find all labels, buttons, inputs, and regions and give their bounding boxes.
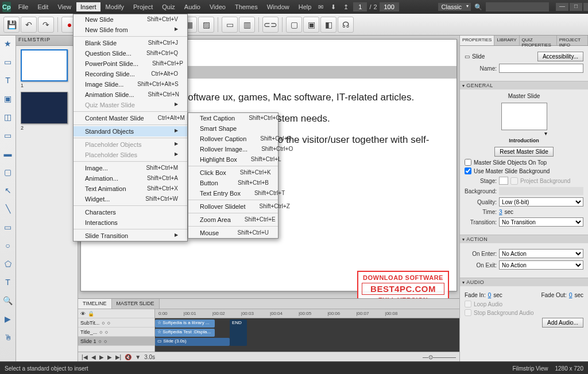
menu-edit[interactable]: Edit <box>33 2 52 11</box>
obj1-button[interactable]: ▢ <box>286 17 302 33</box>
tab-project-info[interactable]: PROJECT INFO <box>557 36 588 45</box>
tab-properties[interactable]: PROPERTIES <box>460 36 494 45</box>
snap-button[interactable]: ▥ <box>239 17 255 33</box>
on-enter-select[interactable]: No Action <box>499 249 583 258</box>
tab-master-slide[interactable]: MASTER SLIDE <box>112 299 160 309</box>
menuitem-rollover-caption[interactable]: Rollover CaptionShift+Ctrl+R <box>188 134 278 144</box>
filmstrip-slide-2[interactable]: 2 <box>21 92 73 131</box>
menuitem-recording-slide-[interactable]: Recording Slide...Ctrl+Alt+O <box>74 69 187 79</box>
tl-rewind[interactable]: |◀ <box>82 354 88 360</box>
menu-audio[interactable]: Audio <box>180 2 204 11</box>
oval-tool[interactable]: ○ <box>2 240 14 251</box>
menuitem-content-master-slide[interactable]: Content Master SlideCtrl+Alt+M <box>74 113 187 123</box>
click-box-tool[interactable]: ▭ <box>2 130 14 141</box>
highlight-tool[interactable]: ◫ <box>2 111 14 123</box>
obj2-button[interactable]: ▣ <box>303 17 319 33</box>
menuitem-blank-slide[interactable]: Blank SlideShift+Ctrl+J <box>74 38 187 48</box>
zoom-field[interactable]: 100 <box>380 2 399 11</box>
menuitem-animation-[interactable]: Animation...Shift+Ctrl+A <box>74 173 187 184</box>
zoom-tool[interactable]: 🔍 <box>2 295 14 306</box>
tab-quiz-properties[interactable]: QUIZ PROPERTIES <box>520 36 557 45</box>
section-action[interactable]: ACTION <box>460 235 588 243</box>
menuitem-question-slide-[interactable]: Question Slide...Shift+Ctrl+Q <box>74 48 187 59</box>
transition-select[interactable]: No Transition <box>499 217 583 227</box>
search-input[interactable] <box>486 2 549 11</box>
upload-icon[interactable]: ↥ <box>341 3 351 11</box>
tl-fwd[interactable]: ▶ <box>107 354 112 360</box>
mail-icon[interactable]: ✉ <box>315 3 326 11</box>
tab-timeline[interactable]: TIMELINE <box>78 299 112 309</box>
menu-quiz[interactable]: Quiz <box>158 2 179 11</box>
download-icon[interactable]: ⬇ <box>328 3 338 11</box>
slide-name-input[interactable] <box>499 64 583 73</box>
obj4-button[interactable]: ☊ <box>338 17 354 33</box>
menuitem-smart-shape[interactable]: Smart Shape <box>188 123 278 134</box>
interaction-button[interactable]: ⊂⊃ <box>262 17 278 33</box>
tl-end[interactable]: ▶| <box>115 354 122 360</box>
menuitem-highlight-box[interactable]: Highlight BoxShift+Ctrl+L <box>188 154 278 165</box>
tl-bar-title[interactable]: ☆ Softpedia Test :Displa... <box>155 329 215 337</box>
tl-head[interactable]: ▼ <box>135 354 141 360</box>
entry-box-tool[interactable]: ▢ <box>2 166 14 178</box>
menu-modify[interactable]: Modify <box>102 2 128 11</box>
accessibility-button[interactable]: Accessibility... <box>537 52 583 61</box>
text-caption-tool[interactable]: ▭ <box>2 56 14 68</box>
time-value[interactable]: 3 <box>499 209 502 215</box>
maximize-button[interactable]: □ <box>570 3 582 11</box>
quality-select[interactable]: Low (8-bit) <box>499 197 583 207</box>
menu-project[interactable]: Project <box>129 2 157 11</box>
text-tool[interactable]: T <box>2 75 14 86</box>
poly-tool[interactable]: ⬠ <box>2 258 14 270</box>
menuitem-image-[interactable]: Image...Shift+Ctrl+M <box>74 163 187 173</box>
menu-insert[interactable]: Insert <box>76 2 100 11</box>
master-slide-thumb[interactable]: ▾ Introduction <box>501 103 547 143</box>
tl-mute[interactable]: 🔇 <box>125 354 131 360</box>
menuitem-image-slide-[interactable]: Image Slide...Shift+Ctrl+Alt+S <box>74 79 187 89</box>
section-audio[interactable]: AUDIO <box>460 278 588 286</box>
menuitem-zoom-area[interactable]: Zoom AreaShift+Ctrl+E <box>188 215 278 225</box>
menu-help[interactable]: Help <box>295 2 316 11</box>
menuitem-standard-objects[interactable]: Standard Objects <box>74 126 187 137</box>
obj3-button[interactable]: ◧ <box>320 17 336 33</box>
menuitem-powerpoint-slide-[interactable]: PowerPoint Slide...Shift+Ctrl+P <box>74 59 187 69</box>
menuitem-click-box[interactable]: Click BoxShift+Ctrl+K <box>188 167 278 178</box>
menuitem-mouse[interactable]: MouseShift+Ctrl+U <box>188 228 278 238</box>
undo-button[interactable]: ↶ <box>21 17 37 33</box>
tl-back[interactable]: ◀ <box>91 354 96 360</box>
text-anim-tool[interactable]: T <box>2 276 14 288</box>
menuitem-text-caption[interactable]: Text CaptionShift+Ctrl+C <box>188 113 278 123</box>
menuitem-button[interactable]: ButtonShift+Ctrl+B <box>188 178 278 188</box>
tl-bar-subtitle[interactable]: ☆ Softpedia is a library ... <box>155 320 215 328</box>
menu-window[interactable]: Window <box>263 2 293 11</box>
workspace-switcher[interactable]: Classic <box>438 3 471 11</box>
grid-button[interactable]: ▭ <box>222 17 238 33</box>
menuitem-new-slide-from[interactable]: New Slide from <box>74 25 187 35</box>
save-button[interactable]: 💾 <box>3 17 20 33</box>
chk-objects-on-top[interactable] <box>465 159 471 166</box>
reset-master-button[interactable]: Reset Master Slide <box>494 147 553 157</box>
timeline-tracks[interactable]: 0:00|00:01|00:02|00:03|00:04|00:05|00:06… <box>155 309 459 352</box>
menuitem-rollover-image-[interactable]: Rollover Image...Shift+Ctrl+O <box>188 144 278 154</box>
section-general[interactable]: GENERAL <box>460 81 588 89</box>
send-back-button[interactable]: ▨ <box>198 17 214 33</box>
on-exit-select[interactable]: No Action <box>499 260 583 270</box>
menuitem-interactions[interactable]: Interactions <box>74 217 187 228</box>
add-audio-button[interactable]: Add Audio... <box>542 318 583 328</box>
minimize-button[interactable]: — <box>556 3 568 11</box>
menu-themes[interactable]: Themes <box>231 2 262 11</box>
menuitem-rollover-slidelet[interactable]: Rollover SlideletShift+Ctrl+Z <box>188 201 278 212</box>
tl-play[interactable]: ▶ <box>99 354 104 360</box>
menuitem-characters[interactable]: Characters <box>74 207 187 217</box>
line-tool[interactable]: ╲ <box>2 203 14 215</box>
filmstrip-slide-1[interactable]: 1 <box>21 49 73 88</box>
video-tool[interactable]: ▶ <box>2 313 14 325</box>
menuitem-text-entry-box[interactable]: Text Entry BoxShift+Ctrl+T <box>188 188 278 198</box>
button-tool[interactable]: ▬ <box>2 148 14 159</box>
menuitem-slide-transition[interactable]: Slide Transition <box>74 231 187 241</box>
menu-video[interactable]: Video <box>206 2 230 11</box>
chk-use-master-bg[interactable] <box>465 167 471 174</box>
mouse-tool[interactable]: 🖱 <box>2 332 14 343</box>
menuitem-animation-slide-[interactable]: Animation Slide...Shift+Ctrl+N <box>74 89 187 100</box>
rollover-tool[interactable]: ▣ <box>2 93 14 104</box>
tl-bar-slide[interactable]: ▭ Slide (3.0s) <box>155 338 230 346</box>
